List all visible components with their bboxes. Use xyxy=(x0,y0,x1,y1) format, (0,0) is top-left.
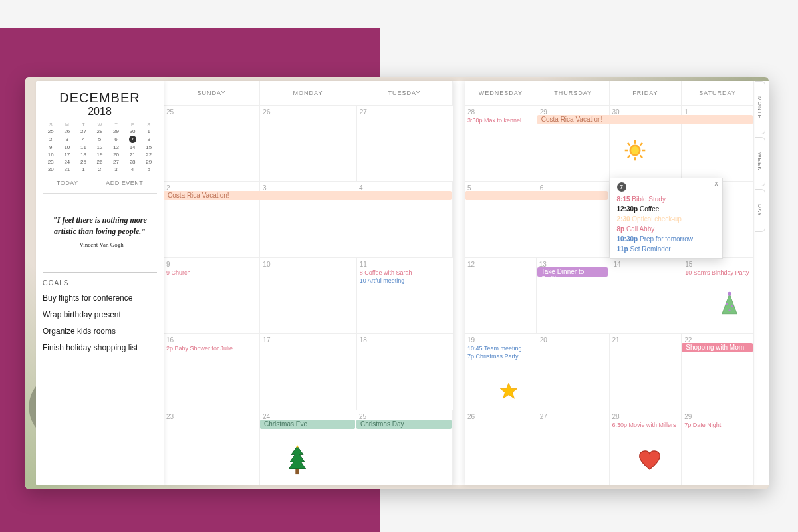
day-header: THURSDAY xyxy=(537,81,610,105)
event[interactable]: 10 Sam's Birthday Party xyxy=(685,269,751,276)
svg-point-4 xyxy=(631,146,639,154)
day-cell[interactable]: 162p Baby Shower for Julie xyxy=(164,334,260,409)
goals-title: GOALS xyxy=(43,279,157,287)
day-cell[interactable]: 12 xyxy=(465,258,537,333)
event[interactable]: 8 Coffee with Sarah xyxy=(360,269,450,276)
day-cell[interactable]: 118 Coffee with Sarah10 Artful meeting xyxy=(357,258,453,333)
goal-item[interactable]: Finish holiday shopping list xyxy=(43,343,157,353)
day-cell[interactable]: 99 Church xyxy=(164,258,260,333)
popup-event[interactable]: 12:30p Coffee xyxy=(617,204,716,214)
svg-line-10 xyxy=(640,156,642,158)
svg-line-9 xyxy=(628,143,630,145)
day-header: MONDAY xyxy=(260,81,356,105)
event-banner[interactable]: Costa Rica Vacation! xyxy=(164,191,452,200)
event[interactable]: 7p Date Night xyxy=(684,422,751,428)
event-banner[interactable]: Christmas Eve xyxy=(260,420,355,429)
event-banner[interactable]: Costa Rica Vacation! xyxy=(537,115,753,124)
tab-day[interactable]: DAY xyxy=(755,189,765,232)
mini-calendar[interactable]: SMTWTFS 25262728293012345678910111213141… xyxy=(43,122,157,173)
tab-month[interactable]: MONTH xyxy=(755,81,765,134)
day-header: TUESDAY xyxy=(356,81,453,105)
month-year: 2018 xyxy=(43,106,157,118)
calendar-left-page: SUNDAYMONDAYTUESDAY 252627234Costa Rica … xyxy=(164,81,453,485)
goal-item[interactable]: Buy flights for conference xyxy=(43,293,157,303)
star-sticker-icon[interactable] xyxy=(499,382,518,400)
svg-marker-0 xyxy=(289,446,305,468)
svg-marker-18 xyxy=(501,383,517,398)
svg-line-11 xyxy=(640,143,642,145)
sun-sticker-icon[interactable] xyxy=(624,139,646,162)
event-banner[interactable]: Christmas Day xyxy=(356,420,452,429)
day-cell[interactable]: 27 xyxy=(357,106,453,181)
popup-event[interactable]: 8:15 Bible Study xyxy=(617,194,716,204)
day-cell[interactable]: 297p Date Night xyxy=(682,410,754,485)
goal-item[interactable]: Organize kids rooms xyxy=(43,327,157,336)
day-header: SUNDAY xyxy=(164,81,260,105)
popup-event[interactable]: 2:30 Optical check-up xyxy=(617,214,716,224)
day-cell[interactable]: 27 xyxy=(537,410,610,485)
day-cell[interactable]: 18 xyxy=(357,334,453,409)
event[interactable]: 10:45 Team meeting xyxy=(467,345,534,352)
day-header: SATURDAY xyxy=(682,81,754,105)
event-banner[interactable] xyxy=(465,191,608,200)
day-cell[interactable]: 23 xyxy=(164,410,260,485)
day-cell[interactable]: 26 xyxy=(465,410,537,485)
day-cell[interactable]: 26 xyxy=(260,106,356,181)
day-cell[interactable]: 17 xyxy=(260,334,356,409)
day-header: WEDNESDAY xyxy=(465,81,537,105)
day-cell[interactable]: 20 xyxy=(537,334,610,409)
svg-point-16 xyxy=(731,305,733,307)
svg-point-15 xyxy=(726,303,728,305)
event[interactable]: 10 Artful meeting xyxy=(360,277,450,284)
day-cell[interactable]: 25 xyxy=(164,106,260,181)
quote-author: - Vincent Van Gogh xyxy=(48,241,152,248)
popup-event[interactable]: 10:30p Prep for tomorrow xyxy=(617,234,716,244)
quote-text: "I feel there is nothing more artistic t… xyxy=(48,215,152,237)
day-cell[interactable]: 21 xyxy=(610,334,682,409)
svg-rect-1 xyxy=(295,469,299,474)
add-event-button[interactable]: ADD EVENT xyxy=(106,180,143,186)
day-header: FRIDAY xyxy=(610,81,682,105)
day-cell[interactable]: 1510 Sam's Birthday Party xyxy=(682,258,754,333)
popup-event[interactable]: 8p Call Abby xyxy=(617,224,716,234)
event[interactable]: 9 Church xyxy=(166,269,257,276)
tab-week[interactable]: WEEK xyxy=(755,137,765,186)
event-banner[interactable]: Take Dinner to Smiths xyxy=(537,267,608,277)
event[interactable]: 6:30p Movie with Millers xyxy=(612,422,679,428)
svg-point-17 xyxy=(728,309,730,311)
day-cell[interactable]: 286:30p Movie with Millers xyxy=(610,410,682,485)
heart-sticker-icon[interactable] xyxy=(638,450,661,470)
month-title: DECEMBER xyxy=(43,90,157,106)
calendar-right-page: WEDNESDAYTHURSDAYFRIDAYSATURDAY 283:30p … xyxy=(465,81,754,485)
goal-item[interactable]: Wrap birthday present xyxy=(43,310,157,320)
day-cell[interactable]: 283:30p Max to kennel xyxy=(465,106,537,181)
popup-event[interactable]: 11p Set Reminder xyxy=(617,244,716,254)
close-icon[interactable]: x xyxy=(715,180,718,187)
svg-marker-2 xyxy=(296,445,299,448)
party-hat-sticker-icon[interactable] xyxy=(720,291,739,317)
tree-sticker-icon[interactable] xyxy=(285,445,309,477)
day-cell[interactable]: 14 xyxy=(610,258,682,333)
event[interactable]: 3:30p Max to kennel xyxy=(467,117,534,124)
event[interactable]: 7p Christmas Party xyxy=(467,353,534,360)
event-banner[interactable]: Shopping with Mom xyxy=(682,343,753,352)
day-cell[interactable]: 10 xyxy=(260,258,356,333)
svg-point-14 xyxy=(728,292,732,296)
svg-line-12 xyxy=(628,156,630,158)
sidebar: DECEMBER 2018 SMTWTFS 252627282930123456… xyxy=(36,81,164,485)
event[interactable]: 2p Baby Shower for Julie xyxy=(166,345,257,352)
today-button[interactable]: TODAY xyxy=(57,180,78,186)
event-popup[interactable]: x78:15 Bible Study12:30p Coffee2:30 Opti… xyxy=(610,178,723,259)
